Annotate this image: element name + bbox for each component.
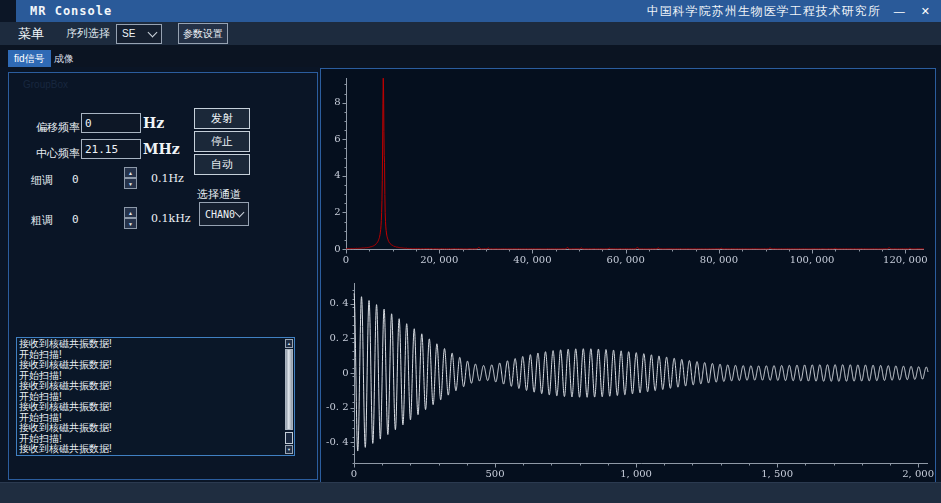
sequence-select-label: 序列选择	[66, 26, 110, 41]
fine-tune-step-label: 0.1Hz	[151, 172, 184, 185]
center-frequency-unit: MHz	[143, 141, 180, 157]
coarse-tune-spin-down[interactable]: ▼	[124, 218, 137, 229]
transmit-button[interactable]: 发射	[194, 108, 250, 129]
auto-button[interactable]: 自动	[194, 154, 250, 175]
title-bar: MR Console 中国科学院苏州生物医学工程技术研究所 — ✕	[0, 0, 941, 22]
center-frequency-label: 中心频率	[36, 146, 80, 161]
coarse-tune-spinner: ▲ ▼	[124, 207, 137, 229]
fine-tune-label: 细调	[31, 173, 53, 188]
organization-name: 中国科学院苏州生物医学工程技术研究所	[647, 3, 881, 20]
close-button[interactable]: ✕	[918, 0, 933, 22]
fine-tune-spinner: ▲ ▼	[124, 167, 137, 189]
window-title: MR Console	[30, 4, 112, 18]
chart-panel	[320, 68, 936, 490]
sequence-select-dropdown[interactable]: SE	[116, 24, 162, 44]
status-bar	[0, 482, 941, 503]
coarse-tune-step-label: 0.1kHz	[151, 212, 191, 225]
app-icon	[0, 0, 16, 22]
coarse-tune-spin-up[interactable]: ▲	[124, 207, 137, 218]
scroll-down-icon[interactable]: ▼	[285, 445, 293, 454]
offset-frequency-unit: Hz	[143, 115, 164, 131]
menu-bar: 菜单 序列选择 SE 参数设置	[0, 22, 941, 45]
groupbox-label: GroupBox	[23, 79, 68, 90]
chevron-down-icon	[235, 208, 245, 218]
coarse-tune-label: 粗调	[31, 213, 53, 228]
stop-button[interactable]: 停止	[194, 131, 250, 152]
nmr-spectrum-chart	[322, 70, 934, 275]
offset-frequency-input[interactable]	[81, 113, 141, 133]
minimize-button[interactable]: —	[891, 0, 908, 22]
scrollbar-thumb[interactable]	[285, 349, 293, 430]
parameter-settings-button[interactable]: 参数设置	[178, 23, 228, 44]
channel-select-label: 选择通道	[197, 187, 241, 202]
tab-imaging[interactable]: 成像	[48, 50, 80, 67]
fine-tune-spin-up[interactable]: ▲	[124, 167, 137, 178]
main-area: GroupBox 偏移频率 Hz 中心频率 MHz 细调 0 ▲ ▼ 0.1Hz…	[0, 67, 941, 482]
center-frequency-input[interactable]	[81, 139, 141, 159]
log-scrollbar[interactable]: ▲ ▼	[285, 339, 293, 454]
log-area[interactable]: 接收到核磁共振数据! 开始扫描! 接收到核磁共振数据! 开始扫描! 接收到核磁共…	[16, 337, 295, 456]
tab-fid-signal[interactable]: fid信号	[8, 50, 51, 67]
chevron-down-icon	[148, 27, 158, 37]
log-area-text: 接收到核磁共振数据! 开始扫描! 接收到核磁共振数据! 开始扫描! 接收到核磁共…	[19, 339, 284, 454]
mr-console-window: MR Console 中国科学院苏州生物医学工程技术研究所 — ✕ 菜单 序列选…	[0, 0, 941, 503]
menu-item-menu[interactable]: 菜单	[18, 25, 44, 43]
fid-signal-chart	[322, 275, 934, 487]
sequence-select-value: SE	[122, 28, 135, 39]
offset-frequency-label: 偏移频率	[36, 120, 80, 135]
fine-tune-value: 0	[72, 173, 79, 186]
channel-select-dropdown[interactable]: CHAN0	[199, 202, 249, 226]
control-groupbox: GroupBox 偏移频率 Hz 中心频率 MHz 细调 0 ▲ ▼ 0.1Hz…	[8, 72, 318, 480]
scrollbar-thumb-end	[285, 432, 293, 444]
tab-bar: fid信号 成像	[0, 45, 941, 67]
scroll-up-icon[interactable]: ▲	[285, 339, 293, 348]
channel-select-value: CHAN0	[205, 209, 235, 220]
coarse-tune-value: 0	[72, 213, 79, 226]
fine-tune-spin-down[interactable]: ▼	[124, 178, 137, 189]
